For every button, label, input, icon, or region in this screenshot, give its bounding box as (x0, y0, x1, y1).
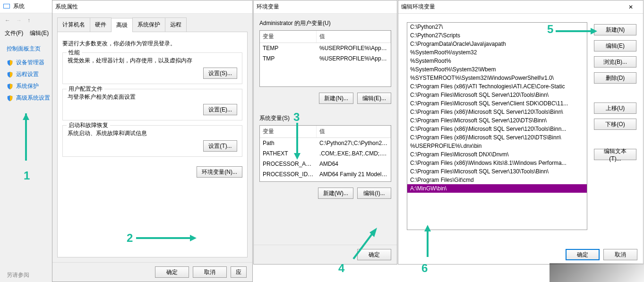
user-vars-label: Administrator 的用户变量(U) (259, 19, 391, 27)
path-item[interactable]: A:\MinGW\bin\ (407, 184, 587, 193)
group-desc: 视觉效果，处理器计划，内存使用，以及虚拟内存 (68, 57, 237, 65)
tab-content: 要进行大多数更改，你必须作为管理员登录。 性能 视觉效果，处理器计划，内存使用，… (57, 32, 248, 257)
group-desc: 系统启动、系统故障和调试信息 (68, 129, 237, 137)
new-user-button[interactable]: 新建(N)... (319, 93, 353, 104)
menu-edit[interactable]: 编辑(E) (30, 29, 49, 37)
path-list[interactable]: C:\Python27\C:\Python27\ScriptsC:\Progra… (407, 22, 587, 230)
menu-file[interactable]: 文件(F) (5, 29, 23, 37)
list-row[interactable]: PROCESSOR_LEV21 (260, 179, 391, 182)
side-link[interactable]: 远程设置 (7, 68, 50, 80)
path-item[interactable]: %SystemRoot% (407, 57, 587, 65)
titlebar: 系统属性 (52, 0, 252, 14)
env-vars-window: 环境变量 Administrator 的用户变量(U) 变量值 TEMP%USE… (253, 0, 397, 265)
path-item[interactable]: C:\Program Files (x86)\ATI Technologies\… (407, 82, 587, 91)
col-val[interactable]: 值 (317, 126, 391, 137)
ok-button[interactable]: 确定 (357, 249, 391, 260)
delete-button[interactable]: 删除(D) (594, 72, 636, 84)
window-title: 系统属性 (55, 3, 249, 11)
env-vars-button[interactable]: 环境变量(N)... (197, 166, 242, 178)
list-row[interactable]: PROCESSOR_AR...AMD64 (260, 159, 391, 169)
list-row[interactable]: PROCESSOR_IDE...AMD64 Family 21 Model 16 (260, 169, 391, 179)
path-item[interactable]: C:\Program Files (x86)\Windows Kits\8.1\… (407, 159, 587, 167)
close-button[interactable]: ✕ (621, 0, 640, 14)
list-row[interactable]: PathC:\Python27\;C:\Python27\S (260, 138, 391, 148)
tab[interactable]: 硬件 (90, 17, 112, 32)
titlebar: 编辑环境变量 ✕ (398, 0, 643, 14)
group-desc: 与登录帐户相关的桌面设置 (68, 93, 237, 101)
path-item[interactable]: %SystemRoot%\System32\Wbem (407, 65, 587, 74)
path-item[interactable]: C:\Program Files\Git\cmd (407, 176, 587, 184)
list-row[interactable]: TEMP%USERPROFILE%\AppData (260, 43, 391, 53)
col-var[interactable]: 变量 (260, 126, 317, 137)
up-icon[interactable]: ↑ (27, 17, 30, 24)
settings-button[interactable]: 设置(S)... (203, 68, 237, 79)
nav-arrows: ← → ↑ (0, 13, 56, 27)
startup-group: 启动和故障恢复 系统启动、系统故障和调试信息 设置(T)... (62, 125, 242, 157)
path-item[interactable]: C:\Program Files\Microsoft SQL Server\12… (407, 91, 587, 99)
titlebar: 系统 (0, 0, 56, 13)
col-var[interactable]: 变量 (260, 31, 317, 43)
new-button[interactable]: 新建(N) (594, 24, 636, 35)
dialog-buttons: 确定 (254, 245, 397, 264)
edit-user-button[interactable]: 编辑(E)... (357, 93, 391, 104)
profiles-group: 用户配置文件 与登录帐户相关的桌面设置 设置(E)... (62, 89, 242, 120)
path-item[interactable]: C:\Program Files\Microsoft SQL Server\12… (407, 116, 587, 125)
cancel-button[interactable]: 取消 (193, 266, 227, 278)
path-item[interactable]: %SystemRoot%\system32 (407, 48, 587, 57)
back-icon[interactable]: ← (5, 17, 10, 24)
move-up-button[interactable]: 上移(U) (594, 103, 636, 114)
new-sys-button[interactable]: 新建(W)... (318, 188, 353, 199)
ok-button[interactable]: 确定 (566, 249, 600, 260)
edit-text-button[interactable]: 编辑文本(T)... (594, 149, 636, 160)
path-item[interactable]: C:\Program Files (x86)\Microsoft SQL Ser… (407, 125, 587, 133)
path-item[interactable]: C:\Python27\Scripts (407, 31, 587, 40)
close-icon: ✕ (628, 4, 633, 10)
env-body: Administrator 的用户变量(U) 变量值 TEMP%USERPROF… (254, 14, 397, 245)
path-item[interactable]: C:\Program Files\Microsoft SQL Server\Cl… (407, 99, 587, 108)
path-item[interactable]: %USERPROFILE%\.dnx\bin (407, 142, 587, 150)
side-link[interactable]: 设备管理器 (7, 57, 50, 68)
list-row[interactable]: PATHEXT.COM;.EXE;.BAT;.CMD;.VBS;. (260, 148, 391, 159)
background-image (550, 263, 644, 282)
browse-button[interactable]: 浏览(B)... (594, 56, 636, 68)
window-title: 编辑环境变量 (401, 3, 621, 11)
side-link[interactable]: 系统保护 (7, 80, 50, 92)
path-item[interactable]: %SYSTEMROOT%\System32\WindowsPowerShell\… (407, 74, 587, 82)
path-item[interactable]: C:\Program Files\Microsoft DNX\Dnvm\ (407, 150, 587, 159)
list-row[interactable]: TMP%USERPROFILE%\AppData (260, 53, 391, 64)
path-item[interactable]: C:\Program Files (x86)\Microsoft SQL Ser… (407, 108, 587, 116)
tab[interactable]: 系统保护 (132, 17, 165, 32)
tab[interactable]: 高级 (111, 18, 133, 32)
group-legend: 启动和故障恢复 (67, 121, 110, 129)
settings-button[interactable]: 设置(E)... (203, 104, 237, 115)
apply-button[interactable]: 应 (231, 266, 247, 278)
edit-sys-button[interactable]: 编辑(I)... (357, 188, 391, 199)
admin-note: 要进行大多数更改，你必须作为管理员登录。 (62, 40, 242, 48)
group-legend: 用户配置文件 (67, 85, 104, 93)
settings-button[interactable]: 设置(T)... (203, 140, 237, 152)
window-title: 系统 (13, 2, 53, 10)
tabs: 计算机名硬件高级系统保护远程 (57, 17, 248, 32)
cancel-button[interactable]: 取消 (603, 249, 637, 260)
edit-env-window: 编辑环境变量 ✕ C:\Python27\C:\Python27\Scripts… (398, 0, 644, 265)
user-vars-list[interactable]: 变量值 TEMP%USERPROFILE%\AppDataTMP%USERPRO… (259, 30, 391, 87)
side-link[interactable]: 高级系统设置 (7, 92, 50, 104)
path-item[interactable]: C:\ProgramData\Oracle\Java\javapath (407, 40, 587, 48)
edit-body: C:\Python27\C:\Python27\ScriptsC:\Progra… (398, 14, 643, 245)
path-item[interactable]: C:\Python27\ (407, 23, 587, 31)
edit-button[interactable]: 编辑(E) (594, 40, 636, 51)
titlebar: 环境变量 (254, 0, 397, 14)
tab[interactable]: 计算机名 (57, 17, 90, 32)
move-down-button[interactable]: 下移(O) (594, 119, 636, 130)
path-item[interactable]: C:\Program Files (x86)\Microsoft SQL Ser… (407, 133, 587, 142)
col-val[interactable]: 值 (317, 31, 391, 43)
sys-vars-list[interactable]: 变量值 PathC:\Python27\;C:\Python27\SPATHEX… (259, 125, 391, 182)
button-column: 新建(N) 编辑(E) 浏览(B)... 删除(D) 上移(U) 下移(O) 编… (594, 22, 636, 241)
tab[interactable]: 远程 (165, 17, 187, 32)
dialog-buttons: 确定 取消 (398, 245, 643, 264)
sys-vars-label: 系统变量(S) (259, 114, 391, 122)
control-panel-home[interactable]: 控制面板主页 (7, 43, 50, 57)
path-item[interactable]: C:\Program Files\Microsoft SQL Server\13… (407, 167, 587, 176)
see-also: 另请参阅 (7, 271, 29, 279)
ok-button[interactable]: 确定 (155, 266, 189, 278)
